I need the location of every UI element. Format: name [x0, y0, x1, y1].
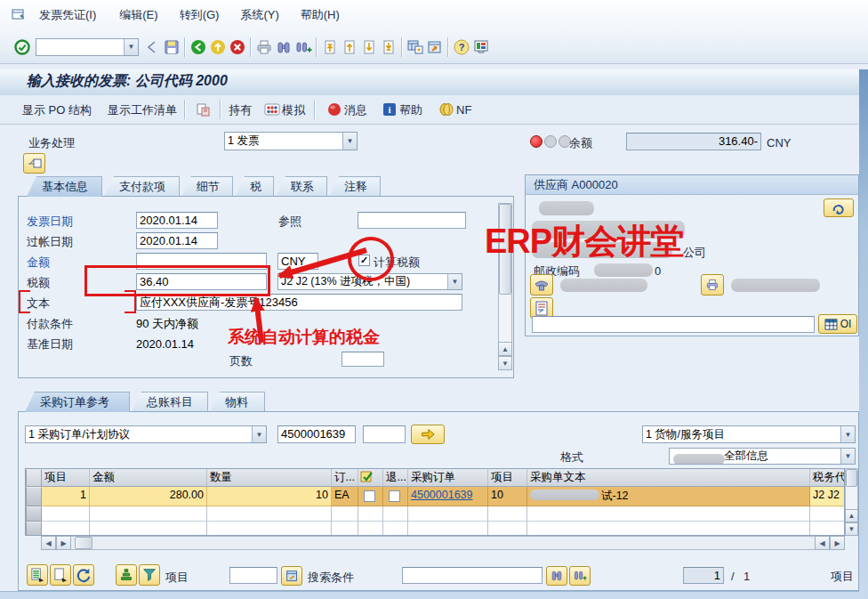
tab-gl-account[interactable]: 总账科目	[132, 392, 208, 412]
command-field[interactable]: ▼	[36, 38, 139, 56]
find-next-icon[interactable]	[293, 37, 313, 57]
select-all-button[interactable]	[27, 564, 48, 586]
layout-select[interactable]: 全部信息▼	[669, 448, 856, 465]
tab-tax[interactable]: 税	[235, 176, 274, 197]
tab-contacts[interactable]: 联系	[276, 176, 327, 197]
invoice-date-field[interactable]: 2020.01.14	[136, 212, 218, 229]
open-items-field[interactable]	[532, 316, 815, 333]
row-selector[interactable]	[26, 487, 42, 506]
table-scroll-right-icon[interactable]: ▶	[56, 536, 71, 550]
menu-edit[interactable]: 编辑(E)	[116, 5, 161, 25]
simulate-icon[interactable]	[262, 100, 282, 119]
messages-icon[interactable]	[325, 100, 344, 119]
menu-help[interactable]: 帮助(H)	[297, 5, 343, 25]
tab-material[interactable]: 物料	[210, 392, 265, 412]
search-next-button[interactable]	[569, 566, 591, 586]
phone-button[interactable]	[530, 274, 553, 295]
info-icon[interactable]: i	[380, 100, 399, 119]
first-page-icon[interactable]	[320, 37, 340, 57]
fax-button[interactable]	[701, 274, 724, 295]
save-icon[interactable]	[162, 37, 181, 57]
copy-document-icon[interactable]	[193, 100, 213, 119]
adopt-button[interactable]	[411, 425, 445, 444]
tab-details[interactable]: 细节	[181, 176, 233, 197]
chevron-down-icon[interactable]: ▼	[342, 133, 357, 150]
search-button[interactable]	[546, 566, 567, 586]
table-scroll-left-icon[interactable]: ◀	[41, 536, 56, 550]
pages-field[interactable]	[342, 352, 384, 367]
find-icon[interactable]	[274, 37, 293, 57]
sort-button[interactable]	[116, 564, 137, 586]
tab-basic-data[interactable]: 基本信息	[27, 176, 102, 197]
back-icon[interactable]	[142, 37, 162, 57]
col-po-text[interactable]: 采购单文本	[527, 469, 810, 487]
simulate-button[interactable]: 模拟	[282, 103, 305, 117]
messages-button[interactable]: 消息	[344, 103, 367, 117]
transaction-select[interactable]: 1 发票▼	[224, 132, 358, 150]
scroll-up-icon[interactable]: ▲	[498, 342, 512, 356]
enter-check-icon[interactable]	[12, 37, 32, 57]
po-ref-type-select[interactable]: 1 采购订单/计划协议▼	[25, 425, 267, 443]
deselect-all-button[interactable]	[50, 564, 71, 586]
filter-button[interactable]	[139, 564, 160, 586]
table-scroll-up-icon[interactable]: ▲	[845, 509, 858, 522]
previous-page-icon[interactable]	[340, 37, 359, 57]
item-type-select[interactable]: 1 货物/服务项目▼	[642, 425, 856, 443]
col-po-number[interactable]: 采购订单	[408, 469, 488, 487]
search-terms-field[interactable]	[402, 567, 542, 584]
vendor-display-button[interactable]	[824, 198, 854, 217]
print-icon[interactable]	[254, 37, 274, 57]
chevron-down-icon[interactable]: ▼	[447, 274, 462, 289]
po-structure-toggle-button[interactable]	[23, 153, 45, 174]
help-icon[interactable]: ?	[452, 37, 471, 57]
table-row-2[interactable]	[26, 506, 844, 522]
show-worklist-button[interactable]: 显示工作清单	[108, 103, 177, 117]
table-scroll-right2-icon[interactable]: ▶	[830, 536, 845, 550]
hold-button[interactable]: 持有	[229, 103, 252, 117]
last-page-icon[interactable]	[379, 37, 398, 57]
chevron-down-icon[interactable]: ▼	[840, 449, 855, 464]
col-tax-code[interactable]: 税务代码	[810, 469, 845, 487]
po-number-link[interactable]: 4500001639	[411, 489, 473, 501]
nf-button[interactable]: NF	[456, 103, 471, 117]
chevron-down-icon[interactable]: ▼	[840, 426, 855, 442]
menu-system[interactable]: 系统(Y)	[237, 5, 282, 25]
col-quantity[interactable]: 数量	[207, 469, 332, 487]
exit-icon[interactable]	[208, 37, 228, 57]
create-shortcut-icon[interactable]	[425, 37, 445, 57]
return-checkbox[interactable]	[389, 490, 400, 502]
menu-invoice-document[interactable]: 发票凭证(I)	[36, 5, 100, 25]
item-detail-button[interactable]	[281, 566, 302, 586]
col-po-item[interactable]: 项目	[488, 469, 527, 487]
table-scroll-down-icon[interactable]: ▼	[845, 522, 858, 536]
tab-po-reference[interactable]: 采购订单参考	[25, 392, 130, 412]
customize-layout-icon[interactable]	[471, 37, 491, 57]
po-item-field[interactable]	[363, 425, 406, 443]
table-hscrollbar[interactable]	[41, 536, 845, 550]
show-po-structure-button[interactable]: 显示 PO 结构	[22, 103, 92, 117]
po-number-field[interactable]: 4500001639	[277, 425, 356, 443]
table-hscrollbar-thumb[interactable]	[75, 537, 92, 549]
final-invoice-checkbox[interactable]	[364, 490, 375, 502]
refresh-button[interactable]	[73, 564, 94, 586]
col-final-invoice[interactable]	[358, 469, 383, 487]
col-item[interactable]: 项目	[42, 469, 90, 487]
table-row-3[interactable]	[26, 522, 844, 536]
new-session-icon[interactable]	[406, 37, 425, 57]
posting-date-field[interactable]: 2020.01.14	[136, 232, 218, 249]
back-exit-icon[interactable]	[189, 37, 208, 57]
scroll-down-icon[interactable]: ▼	[498, 356, 512, 370]
tab-payment[interactable]: 支付款项	[104, 176, 180, 197]
menu-goto[interactable]: 转到(G)	[176, 5, 223, 25]
oi-button[interactable]: OI	[818, 314, 857, 334]
footer-item-field[interactable]	[229, 567, 277, 584]
help-button[interactable]: 帮助	[399, 103, 422, 117]
col-return[interactable]: 退...	[383, 469, 408, 487]
table-scroll-left2-icon[interactable]: ◀	[815, 536, 830, 550]
chevron-down-icon[interactable]: ▼	[124, 39, 138, 55]
system-menu-icon[interactable]	[9, 5, 28, 25]
col-amount[interactable]: 金额	[90, 469, 207, 487]
current-page-field[interactable]: 1	[683, 567, 724, 584]
tab-notes[interactable]: 注释	[329, 176, 381, 197]
next-page-icon[interactable]	[359, 37, 379, 57]
